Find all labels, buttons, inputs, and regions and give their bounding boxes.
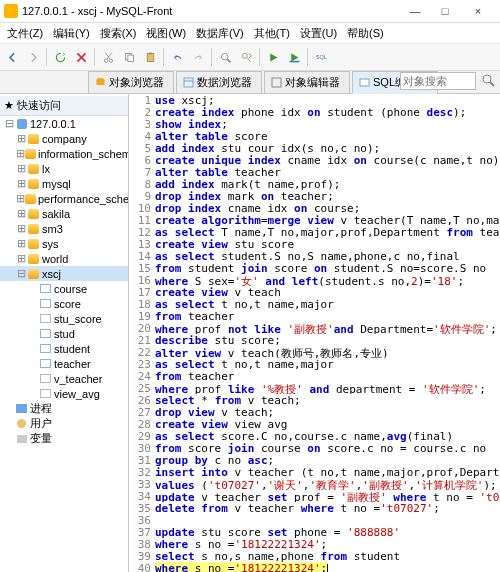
nav-fwd-button[interactable] xyxy=(23,47,43,67)
tree-db-lx[interactable]: ⊞lx xyxy=(0,161,128,176)
code-text[interactable]: insert into v_teacher (t_no,t_name,major… xyxy=(155,466,500,478)
object-search-input[interactable] xyxy=(400,72,476,90)
code-text[interactable]: select s_no,s_name,phone from student xyxy=(155,550,500,562)
code-line[interactable]: 19from teacher xyxy=(129,310,500,322)
run-selection-button[interactable] xyxy=(284,47,304,67)
undo-button[interactable] xyxy=(167,47,187,67)
menu-settings[interactable]: 设置(U) xyxy=(295,24,342,43)
tree-twisty[interactable]: ⊞ xyxy=(16,237,27,250)
sql-editor[interactable]: 1use xscj;2create index phone_idx on stu… xyxy=(129,94,500,572)
tree-processes[interactable]: 进程 xyxy=(0,401,128,416)
code-text[interactable]: group by c_no asc; xyxy=(155,454,500,466)
code-text[interactable] xyxy=(155,514,500,526)
code-text[interactable]: drop view v_teach; xyxy=(155,406,500,418)
tree-twisty[interactable]: ⊞ xyxy=(16,192,25,205)
code-text[interactable]: alter table teacher xyxy=(155,166,500,178)
code-line[interactable]: 32insert into v_teacher (t_no,t_name,maj… xyxy=(129,466,500,478)
code-text[interactable]: where prof like '%教授' and department = '… xyxy=(155,382,500,394)
code-text[interactable]: create algorithm=merge view v_teacher(T_… xyxy=(155,214,500,226)
code-line[interactable]: 9drop index mark on teacher; xyxy=(129,190,500,202)
code-text[interactable]: show index; xyxy=(155,118,500,130)
code-text[interactable]: where s_no ='18122221324'; xyxy=(155,562,500,572)
code-line[interactable]: 1use xscj; xyxy=(129,94,500,106)
code-line[interactable]: 40where s_no ='18122221324'; xyxy=(129,562,500,572)
tree-twisty[interactable]: ⊞ xyxy=(16,252,27,265)
search-icon[interactable] xyxy=(481,73,496,88)
code-line[interactable]: 18as select t_no,t_name,major xyxy=(129,298,500,310)
code-line[interactable]: 31group by c_no asc; xyxy=(129,454,500,466)
code-line[interactable]: 5add index stu_cour_idx(s_no,c_no); xyxy=(129,142,500,154)
code-line[interactable]: 6create unique index cname_idx on course… xyxy=(129,154,500,166)
tab-object-editor[interactable]: 对象编辑器 xyxy=(264,71,350,93)
code-line[interactable]: 15from student join score on student.S_n… xyxy=(129,262,500,274)
tree-db-company[interactable]: ⊞company xyxy=(0,131,128,146)
code-text[interactable]: update v_teacher set prof = '副教授' where … xyxy=(155,490,500,502)
code-line[interactable]: 10drop index cname_idx on course; xyxy=(129,202,500,214)
code-text[interactable]: alter table score xyxy=(155,130,500,142)
code-line[interactable]: 38where s_no ='18122221324'; xyxy=(129,538,500,550)
code-text[interactable]: create view stu_score xyxy=(155,238,500,250)
code-line[interactable]: 35delete from v_teacher where t_no ='t07… xyxy=(129,502,500,514)
code-line[interactable]: 11create algorithm=merge view v_teacher(… xyxy=(129,214,500,226)
tree-table-v_teacher[interactable]: v_teacher xyxy=(0,371,128,386)
run-button[interactable] xyxy=(263,47,283,67)
tree-users[interactable]: 用户 xyxy=(0,416,128,431)
tree-db-sakila[interactable]: ⊞sakila xyxy=(0,206,128,221)
cut-button[interactable] xyxy=(98,47,118,67)
nav-back-button[interactable] xyxy=(2,47,22,67)
code-text[interactable]: as select T_name,T_no,major,prof,Departm… xyxy=(155,226,500,238)
copy-button[interactable] xyxy=(119,47,139,67)
code-text[interactable]: select * from v_teach; xyxy=(155,394,500,406)
code-line[interactable]: 36 xyxy=(129,514,500,526)
code-line[interactable]: 25where prof like '%教授' and department =… xyxy=(129,382,500,394)
code-text[interactable]: create unique index cname_idx on course(… xyxy=(155,154,500,166)
code-text[interactable]: as select t_no,t_name,major xyxy=(155,358,500,370)
tree-twisty[interactable]: ⊞ xyxy=(16,147,25,160)
minimize-button[interactable]: — xyxy=(400,1,430,21)
code-line[interactable]: 37update stu_score set phone = '888888' xyxy=(129,526,500,538)
tab-object-browser[interactable]: 对象浏览器 xyxy=(88,71,174,93)
tree-variables[interactable]: 变量 xyxy=(0,431,128,446)
code-text[interactable]: as select score.C_no,course.c_name,avg(f… xyxy=(155,430,500,442)
code-line[interactable]: 26select * from v_teach; xyxy=(129,394,500,406)
code-line[interactable]: 16where S_sex='女' and left(student.s_no,… xyxy=(129,274,500,286)
code-line[interactable]: 24from teacher xyxy=(129,370,500,382)
code-text[interactable]: where prof not like '副教授'and Department=… xyxy=(155,322,500,334)
code-line[interactable]: 8add index mark(t_name,prof); xyxy=(129,178,500,190)
tree-twisty[interactable]: ⊞ xyxy=(16,207,27,220)
code-text[interactable]: from teacher xyxy=(155,310,500,322)
tree-table-student[interactable]: student xyxy=(0,341,128,356)
code-text[interactable]: as select t_no,t_name,major xyxy=(155,298,500,310)
tree-twisty[interactable]: ⊞ xyxy=(16,132,27,145)
code-text[interactable]: create index phone_idx on student (phone… xyxy=(155,106,500,118)
tree-twisty[interactable]: ⊟ xyxy=(4,117,15,130)
menu-edit[interactable]: 编辑(Y) xyxy=(48,24,95,43)
tree-db-world[interactable]: ⊞world xyxy=(0,251,128,266)
tree-table-view_avg[interactable]: view_avg xyxy=(0,386,128,401)
tree-twisty[interactable]: ⊞ xyxy=(16,177,27,190)
tab-data-browser[interactable]: 数据浏览器 xyxy=(176,71,262,93)
menu-help[interactable]: 帮助(S) xyxy=(342,24,389,43)
tree-db-sm3[interactable]: ⊞sm3 xyxy=(0,221,128,236)
replace-button[interactable] xyxy=(236,47,256,67)
code-text[interactable]: create view view_avg xyxy=(155,418,500,430)
code-line[interactable]: 29as select score.C_no,course.c_name,avg… xyxy=(129,430,500,442)
find-button[interactable] xyxy=(215,47,235,67)
close-button[interactable]: × xyxy=(460,1,496,21)
paste-button[interactable] xyxy=(140,47,160,67)
tree-twisty[interactable]: ⊞ xyxy=(16,222,27,235)
code-line[interactable]: 21describe stu_score; xyxy=(129,334,500,346)
code-text[interactable]: where s_no ='18122221324'; xyxy=(155,538,500,550)
redo-button[interactable] xyxy=(188,47,208,67)
tree-table-course[interactable]: course xyxy=(0,281,128,296)
code-line[interactable]: 12as select T_name,T_no,major,prof,Depar… xyxy=(129,226,500,238)
code-line[interactable]: 22alter view v_teach(教师号,教师名,专业) xyxy=(129,346,500,358)
tree-db-information_schema[interactable]: ⊞information_schema xyxy=(0,146,128,161)
code-text[interactable]: where S_sex='女' and left(student.s_no,2)… xyxy=(155,274,500,286)
code-line[interactable]: 39select s_no,s_name,phone from student xyxy=(129,550,500,562)
code-text[interactable]: use xscj; xyxy=(155,94,500,106)
sql-button[interactable]: SQL xyxy=(311,47,331,67)
tree-db-xscj[interactable]: ⊟xscj xyxy=(0,266,128,281)
code-line[interactable]: 3show index; xyxy=(129,118,500,130)
code-text[interactable]: from student join score on student.S_no=… xyxy=(155,262,500,274)
